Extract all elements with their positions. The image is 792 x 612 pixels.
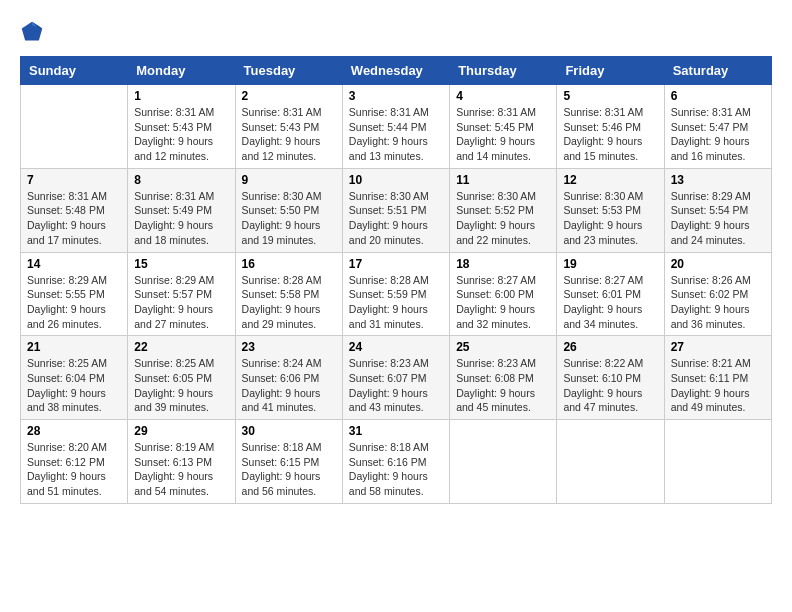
day-info: Sunrise: 8:23 AMSunset: 6:08 PMDaylight:… (456, 356, 550, 415)
day-info: Sunrise: 8:26 AMSunset: 6:02 PMDaylight:… (671, 273, 765, 332)
day-info: Sunrise: 8:31 AMSunset: 5:43 PMDaylight:… (242, 105, 336, 164)
day-number: 27 (671, 340, 765, 354)
calendar-week-4: 21Sunrise: 8:25 AMSunset: 6:04 PMDayligh… (21, 336, 772, 420)
day-number: 24 (349, 340, 443, 354)
logo-icon (20, 20, 44, 44)
calendar-cell: 8Sunrise: 8:31 AMSunset: 5:49 PMDaylight… (128, 168, 235, 252)
calendar-cell: 2Sunrise: 8:31 AMSunset: 5:43 PMDaylight… (235, 85, 342, 169)
calendar-cell: 7Sunrise: 8:31 AMSunset: 5:48 PMDaylight… (21, 168, 128, 252)
day-number: 30 (242, 424, 336, 438)
day-info: Sunrise: 8:27 AMSunset: 6:01 PMDaylight:… (563, 273, 657, 332)
calendar-table: SundayMondayTuesdayWednesdayThursdayFrid… (20, 56, 772, 504)
calendar-cell: 25Sunrise: 8:23 AMSunset: 6:08 PMDayligh… (450, 336, 557, 420)
calendar-cell: 30Sunrise: 8:18 AMSunset: 6:15 PMDayligh… (235, 420, 342, 504)
day-info: Sunrise: 8:29 AMSunset: 5:55 PMDaylight:… (27, 273, 121, 332)
header (20, 20, 772, 44)
day-number: 10 (349, 173, 443, 187)
day-info: Sunrise: 8:29 AMSunset: 5:57 PMDaylight:… (134, 273, 228, 332)
day-info: Sunrise: 8:18 AMSunset: 6:15 PMDaylight:… (242, 440, 336, 499)
day-header-wednesday: Wednesday (342, 57, 449, 85)
day-header-saturday: Saturday (664, 57, 771, 85)
day-number: 21 (27, 340, 121, 354)
calendar-cell: 17Sunrise: 8:28 AMSunset: 5:59 PMDayligh… (342, 252, 449, 336)
day-info: Sunrise: 8:19 AMSunset: 6:13 PMDaylight:… (134, 440, 228, 499)
day-number: 1 (134, 89, 228, 103)
day-info: Sunrise: 8:29 AMSunset: 5:54 PMDaylight:… (671, 189, 765, 248)
calendar-cell: 6Sunrise: 8:31 AMSunset: 5:47 PMDaylight… (664, 85, 771, 169)
calendar-cell: 3Sunrise: 8:31 AMSunset: 5:44 PMDaylight… (342, 85, 449, 169)
day-number: 26 (563, 340, 657, 354)
day-number: 31 (349, 424, 443, 438)
day-number: 16 (242, 257, 336, 271)
calendar-cell: 29Sunrise: 8:19 AMSunset: 6:13 PMDayligh… (128, 420, 235, 504)
day-info: Sunrise: 8:31 AMSunset: 5:44 PMDaylight:… (349, 105, 443, 164)
day-number: 8 (134, 173, 228, 187)
day-info: Sunrise: 8:31 AMSunset: 5:48 PMDaylight:… (27, 189, 121, 248)
calendar-header-row: SundayMondayTuesdayWednesdayThursdayFrid… (21, 57, 772, 85)
calendar-cell: 4Sunrise: 8:31 AMSunset: 5:45 PMDaylight… (450, 85, 557, 169)
day-info: Sunrise: 8:25 AMSunset: 6:04 PMDaylight:… (27, 356, 121, 415)
calendar-cell: 28Sunrise: 8:20 AMSunset: 6:12 PMDayligh… (21, 420, 128, 504)
calendar-cell: 11Sunrise: 8:30 AMSunset: 5:52 PMDayligh… (450, 168, 557, 252)
calendar-cell: 13Sunrise: 8:29 AMSunset: 5:54 PMDayligh… (664, 168, 771, 252)
day-info: Sunrise: 8:22 AMSunset: 6:10 PMDaylight:… (563, 356, 657, 415)
day-header-tuesday: Tuesday (235, 57, 342, 85)
day-number: 23 (242, 340, 336, 354)
calendar-cell: 24Sunrise: 8:23 AMSunset: 6:07 PMDayligh… (342, 336, 449, 420)
day-info: Sunrise: 8:31 AMSunset: 5:45 PMDaylight:… (456, 105, 550, 164)
day-number: 3 (349, 89, 443, 103)
day-info: Sunrise: 8:20 AMSunset: 6:12 PMDaylight:… (27, 440, 121, 499)
day-info: Sunrise: 8:31 AMSunset: 5:47 PMDaylight:… (671, 105, 765, 164)
day-info: Sunrise: 8:30 AMSunset: 5:53 PMDaylight:… (563, 189, 657, 248)
day-info: Sunrise: 8:31 AMSunset: 5:43 PMDaylight:… (134, 105, 228, 164)
day-header-monday: Monday (128, 57, 235, 85)
calendar-cell: 10Sunrise: 8:30 AMSunset: 5:51 PMDayligh… (342, 168, 449, 252)
day-info: Sunrise: 8:25 AMSunset: 6:05 PMDaylight:… (134, 356, 228, 415)
day-info: Sunrise: 8:30 AMSunset: 5:51 PMDaylight:… (349, 189, 443, 248)
day-info: Sunrise: 8:28 AMSunset: 5:58 PMDaylight:… (242, 273, 336, 332)
calendar-cell (450, 420, 557, 504)
calendar-cell: 18Sunrise: 8:27 AMSunset: 6:00 PMDayligh… (450, 252, 557, 336)
day-info: Sunrise: 8:24 AMSunset: 6:06 PMDaylight:… (242, 356, 336, 415)
calendar-cell: 15Sunrise: 8:29 AMSunset: 5:57 PMDayligh… (128, 252, 235, 336)
day-number: 28 (27, 424, 121, 438)
day-info: Sunrise: 8:21 AMSunset: 6:11 PMDaylight:… (671, 356, 765, 415)
calendar-cell: 21Sunrise: 8:25 AMSunset: 6:04 PMDayligh… (21, 336, 128, 420)
calendar-cell (21, 85, 128, 169)
calendar-cell: 26Sunrise: 8:22 AMSunset: 6:10 PMDayligh… (557, 336, 664, 420)
day-number: 19 (563, 257, 657, 271)
day-header-friday: Friday (557, 57, 664, 85)
calendar-cell: 20Sunrise: 8:26 AMSunset: 6:02 PMDayligh… (664, 252, 771, 336)
day-number: 25 (456, 340, 550, 354)
day-info: Sunrise: 8:31 AMSunset: 5:49 PMDaylight:… (134, 189, 228, 248)
calendar-cell: 1Sunrise: 8:31 AMSunset: 5:43 PMDaylight… (128, 85, 235, 169)
page: SundayMondayTuesdayWednesdayThursdayFrid… (0, 0, 792, 514)
calendar-week-3: 14Sunrise: 8:29 AMSunset: 5:55 PMDayligh… (21, 252, 772, 336)
day-number: 17 (349, 257, 443, 271)
day-number: 20 (671, 257, 765, 271)
day-number: 9 (242, 173, 336, 187)
day-header-sunday: Sunday (21, 57, 128, 85)
calendar-cell: 27Sunrise: 8:21 AMSunset: 6:11 PMDayligh… (664, 336, 771, 420)
calendar-cell: 19Sunrise: 8:27 AMSunset: 6:01 PMDayligh… (557, 252, 664, 336)
day-info: Sunrise: 8:30 AMSunset: 5:50 PMDaylight:… (242, 189, 336, 248)
calendar-cell: 12Sunrise: 8:30 AMSunset: 5:53 PMDayligh… (557, 168, 664, 252)
day-number: 2 (242, 89, 336, 103)
calendar-week-2: 7Sunrise: 8:31 AMSunset: 5:48 PMDaylight… (21, 168, 772, 252)
calendar-week-1: 1Sunrise: 8:31 AMSunset: 5:43 PMDaylight… (21, 85, 772, 169)
calendar-cell (557, 420, 664, 504)
day-number: 15 (134, 257, 228, 271)
day-header-thursday: Thursday (450, 57, 557, 85)
day-info: Sunrise: 8:30 AMSunset: 5:52 PMDaylight:… (456, 189, 550, 248)
calendar-cell: 23Sunrise: 8:24 AMSunset: 6:06 PMDayligh… (235, 336, 342, 420)
calendar-cell: 22Sunrise: 8:25 AMSunset: 6:05 PMDayligh… (128, 336, 235, 420)
calendar-cell: 31Sunrise: 8:18 AMSunset: 6:16 PMDayligh… (342, 420, 449, 504)
day-info: Sunrise: 8:28 AMSunset: 5:59 PMDaylight:… (349, 273, 443, 332)
day-info: Sunrise: 8:18 AMSunset: 6:16 PMDaylight:… (349, 440, 443, 499)
day-number: 13 (671, 173, 765, 187)
calendar-cell: 9Sunrise: 8:30 AMSunset: 5:50 PMDaylight… (235, 168, 342, 252)
day-number: 6 (671, 89, 765, 103)
day-number: 7 (27, 173, 121, 187)
day-number: 5 (563, 89, 657, 103)
day-number: 18 (456, 257, 550, 271)
